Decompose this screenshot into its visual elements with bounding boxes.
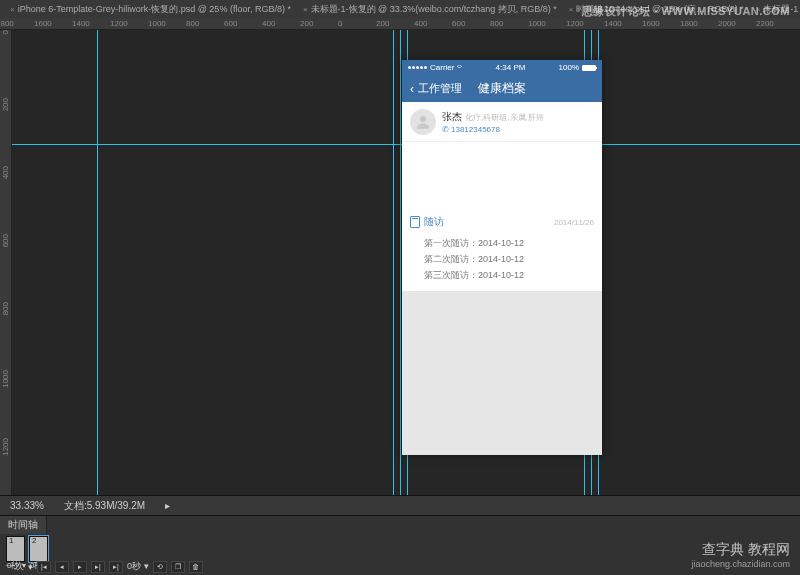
- new-frame-button[interactable]: ❐: [171, 561, 185, 573]
- profile-phone[interactable]: ✆13812345678: [442, 125, 544, 134]
- tween-button[interactable]: ⟲: [153, 561, 167, 573]
- wifi-icon: ⌔: [457, 63, 462, 72]
- timeline-tab[interactable]: 时间轴: [0, 516, 47, 534]
- loop-mode[interactable]: 一次: [6, 560, 24, 573]
- close-icon[interactable]: ×: [569, 5, 574, 14]
- ruler-horizontal[interactable]: 1800160014001200100080060040020002004006…: [0, 18, 800, 30]
- tab-0[interactable]: ×iPhone 6-Template-Grey-hiliwork-恢复的.psd…: [4, 3, 297, 16]
- clipboard-icon: [410, 216, 420, 228]
- doc-size: 文档:5.93M/39.2M: [64, 499, 145, 513]
- visit-rows: 第一次随访：2014-10-12第二次随访：2014-10-12第三次随访：20…: [410, 235, 594, 283]
- back-label[interactable]: 工作管理: [418, 81, 462, 96]
- watermark-top: 思缘设计论坛 · WWW.MISSYUAN.COM: [582, 4, 790, 19]
- visit-row: 第三次随访：2014-10-12: [424, 267, 594, 283]
- profile-name: 张杰: [442, 111, 462, 122]
- watermark-bottom: 查字典 教程网 jiaocheng.chazidian.com: [691, 541, 790, 569]
- visit-title: 随访: [424, 215, 444, 229]
- carrier-label: Carrier: [430, 63, 454, 72]
- avatar: [410, 109, 436, 135]
- signal-icon: [408, 66, 427, 69]
- chevron-right-icon[interactable]: ▸: [165, 500, 170, 511]
- profile-card[interactable]: 张杰 化疗,科研组,亲属,肝癌 ✆13812345678: [402, 102, 602, 142]
- back-icon[interactable]: ‹: [410, 82, 414, 96]
- profile-tags: 化疗,科研组,亲属,肝癌: [465, 113, 544, 122]
- battery-text: 100%: [559, 63, 579, 72]
- timeline-frame[interactable]: 10秒 ▾: [6, 536, 25, 562]
- last-frame-button[interactable]: ▸|: [109, 561, 123, 573]
- guide-vertical[interactable]: [97, 30, 98, 495]
- frame-delay[interactable]: 0秒 ▾: [127, 560, 149, 573]
- ruler-vertical[interactable]: 020040060080010001200: [0, 30, 12, 495]
- close-icon[interactable]: ×: [303, 5, 308, 14]
- phone-statusbar: Carrier ⌔ 4:34 PM 100%: [402, 60, 602, 75]
- visit-date: 2014/11/26: [554, 218, 594, 227]
- prev-frame-button[interactable]: ◂: [55, 561, 69, 573]
- delete-frame-button[interactable]: 🗑: [189, 561, 203, 573]
- next-frame-button[interactable]: ▸|: [91, 561, 105, 573]
- visit-row: 第二次随访：2014-10-12: [424, 251, 594, 267]
- close-icon[interactable]: ×: [10, 5, 15, 14]
- timeline-controls: 一次▾ |◂ ◂ ▸ ▸| ▸| 0秒 ▾ ⟲ ❐ 🗑: [6, 560, 203, 573]
- guide-vertical[interactable]: [400, 30, 401, 495]
- guide-vertical[interactable]: [393, 30, 394, 495]
- statusbar-left: Carrier ⌔: [408, 63, 462, 72]
- first-frame-button[interactable]: |◂: [37, 561, 51, 573]
- visit-card[interactable]: 随访 2014/11/26 第一次随访：2014-10-12第二次随访：2014…: [402, 207, 602, 291]
- tab-1[interactable]: ×未标题-1-恢复的 @ 33.3%(weibo.com/tczhang 拷贝,…: [297, 3, 563, 16]
- play-button[interactable]: ▸: [73, 561, 87, 573]
- phone-icon: ✆: [442, 125, 449, 134]
- svg-point-0: [420, 116, 426, 122]
- zoom-level[interactable]: 33.33%: [10, 500, 44, 511]
- canvas[interactable]: Carrier ⌔ 4:34 PM 100% ‹ 工作管理 健康档案 张杰 化疗…: [12, 30, 800, 495]
- timeline-panel: 时间轴 10秒 ▾20秒 ▾ 一次▾ |◂ ◂ ▸ ▸| ▸| 0秒 ▾ ⟲ ❐…: [0, 516, 800, 575]
- status-time: 4:34 PM: [496, 63, 526, 72]
- statusbar-right: 100%: [559, 63, 596, 72]
- page-title: 健康档案: [478, 80, 526, 97]
- battery-icon: [582, 65, 596, 71]
- visit-row: 第一次随访：2014-10-12: [424, 235, 594, 251]
- phone-mockup: Carrier ⌔ 4:34 PM 100% ‹ 工作管理 健康档案 张杰 化疗…: [402, 60, 602, 455]
- timeline-frame[interactable]: 20秒 ▾: [29, 536, 48, 562]
- app-statusbar: 33.33% 文档:5.93M/39.2M ▸: [0, 495, 800, 516]
- phone-navbar: ‹ 工作管理 健康档案: [402, 75, 602, 102]
- blank-card: [402, 142, 602, 207]
